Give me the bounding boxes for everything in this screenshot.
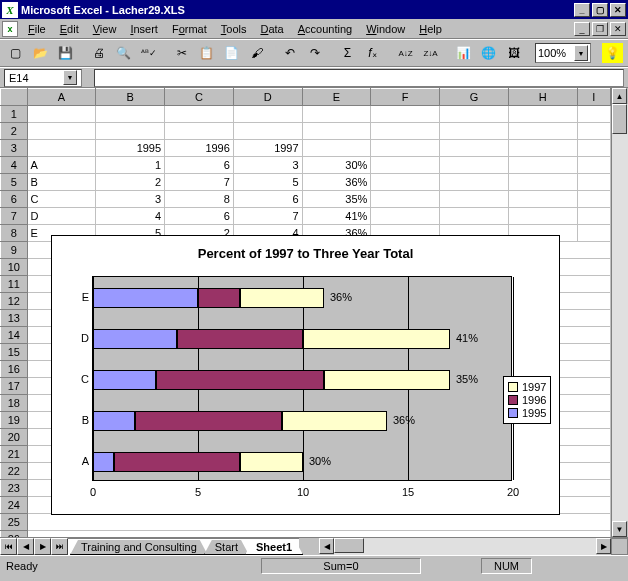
spellcheck-icon[interactable]: ᴬᴮ✓	[137, 42, 160, 64]
tab-start[interactable]: Start	[204, 540, 249, 555]
sort-desc-icon[interactable]: Z↓A	[419, 42, 442, 64]
document-icon[interactable]: x	[2, 21, 18, 37]
cell[interactable]: D	[27, 208, 96, 225]
tab-first-icon[interactable]: ⏮	[0, 538, 17, 555]
row-19[interactable]: 19	[1, 412, 28, 429]
cell[interactable]: 8	[165, 191, 234, 208]
chart-wizard-icon[interactable]: 📊	[452, 42, 475, 64]
menu-file[interactable]: File	[22, 21, 54, 37]
tab-last-icon[interactable]: ⏭	[51, 538, 68, 555]
col-B[interactable]: B	[96, 89, 165, 106]
cell[interactable]: 7	[233, 208, 302, 225]
formula-input[interactable]	[94, 69, 624, 87]
copy-icon[interactable]: 📋	[195, 42, 218, 64]
scroll-up-icon[interactable]: ▲	[612, 88, 627, 104]
minimize-button[interactable]: _	[574, 3, 590, 17]
zoom-dropdown-icon[interactable]: ▼	[574, 45, 588, 61]
row-12[interactable]: 12	[1, 293, 28, 310]
cell[interactable]: 5	[233, 174, 302, 191]
row-26[interactable]: 26	[1, 531, 28, 538]
scroll-left-icon[interactable]: ◀	[319, 538, 334, 554]
autosum-icon[interactable]: Σ	[336, 42, 359, 64]
row-20[interactable]: 20	[1, 429, 28, 446]
row-24[interactable]: 24	[1, 497, 28, 514]
vertical-scrollbar[interactable]: ▲ ▼	[611, 88, 628, 537]
menu-insert[interactable]: Insert	[124, 21, 166, 37]
cell[interactable]: 30%	[302, 157, 371, 174]
menu-window[interactable]: Window	[360, 21, 413, 37]
tab-sheet1[interactable]: Sheet1	[245, 540, 303, 555]
close-button[interactable]: ✕	[610, 3, 626, 17]
col-A[interactable]: A	[27, 89, 96, 106]
paste-icon[interactable]: 📄	[220, 42, 243, 64]
menu-tools[interactable]: Tools	[215, 21, 255, 37]
row-16[interactable]: 16	[1, 361, 28, 378]
menu-format[interactable]: Format	[166, 21, 215, 37]
row-6[interactable]: 6	[1, 191, 28, 208]
row-17[interactable]: 17	[1, 378, 28, 395]
row-8[interactable]: 8	[1, 225, 28, 242]
cell[interactable]: 6	[233, 191, 302, 208]
undo-icon[interactable]: ↶	[278, 42, 301, 64]
print-preview-icon[interactable]: 🔍	[112, 42, 135, 64]
row-1[interactable]: 1	[1, 106, 28, 123]
menu-accounting[interactable]: Accounting	[292, 21, 360, 37]
embedded-chart[interactable]: Percent of 1997 to Three Year Total 0510…	[51, 235, 560, 515]
cell[interactable]: C	[27, 191, 96, 208]
horizontal-scrollbar[interactable]: ◀ ▶	[319, 538, 611, 555]
scroll-right-icon[interactable]: ▶	[596, 538, 611, 554]
row-15[interactable]: 15	[1, 344, 28, 361]
col-I[interactable]: I	[577, 89, 610, 106]
cell[interactable]: 7	[165, 174, 234, 191]
col-D[interactable]: D	[233, 89, 302, 106]
hscroll-track[interactable]	[334, 538, 596, 555]
cell[interactable]: A	[27, 157, 96, 174]
col-F[interactable]: F	[371, 89, 440, 106]
row-4[interactable]: 4	[1, 157, 28, 174]
row-5[interactable]: 5	[1, 174, 28, 191]
new-icon[interactable]: ▢	[4, 42, 27, 64]
print-icon[interactable]: 🖨	[87, 42, 110, 64]
row-18[interactable]: 18	[1, 395, 28, 412]
row-23[interactable]: 23	[1, 480, 28, 497]
row-14[interactable]: 14	[1, 327, 28, 344]
zoom-input[interactable]: 100% ▼	[535, 43, 591, 63]
col-E[interactable]: E	[302, 89, 371, 106]
row-25[interactable]: 25	[1, 514, 28, 531]
cell[interactable]: 41%	[302, 208, 371, 225]
menu-help[interactable]: Help	[413, 21, 450, 37]
cell[interactable]: 6	[165, 157, 234, 174]
hscroll-thumb[interactable]	[334, 538, 364, 553]
map-icon[interactable]: 🌐	[477, 42, 500, 64]
maximize-button[interactable]: ▢	[592, 3, 608, 17]
menu-data[interactable]: Data	[254, 21, 291, 37]
cell[interactable]: 2	[96, 174, 165, 191]
doc-close-button[interactable]: ✕	[610, 22, 626, 36]
cell[interactable]: 1995	[96, 140, 165, 157]
select-all[interactable]	[1, 89, 28, 106]
scroll-track[interactable]	[612, 104, 628, 521]
save-icon[interactable]: 💾	[54, 42, 77, 64]
cell[interactable]: 36%	[302, 174, 371, 191]
cell[interactable]: 3	[233, 157, 302, 174]
redo-icon[interactable]: ↷	[303, 42, 326, 64]
scroll-down-icon[interactable]: ▼	[612, 521, 627, 537]
name-box[interactable]: E14 ▼	[4, 69, 82, 87]
cell[interactable]: 1997	[233, 140, 302, 157]
help-icon[interactable]: 💡	[601, 42, 624, 64]
cell[interactable]: 35%	[302, 191, 371, 208]
cell[interactable]: 4	[96, 208, 165, 225]
row-7[interactable]: 7	[1, 208, 28, 225]
row-22[interactable]: 22	[1, 463, 28, 480]
row-13[interactable]: 13	[1, 310, 28, 327]
row-3[interactable]: 3	[1, 140, 28, 157]
row-2[interactable]: 2	[1, 123, 28, 140]
scroll-thumb[interactable]	[612, 104, 627, 134]
cell[interactable]: 1	[96, 157, 165, 174]
cell[interactable]: 6	[165, 208, 234, 225]
row-10[interactable]: 10	[1, 259, 28, 276]
col-H[interactable]: H	[508, 89, 577, 106]
grid[interactable]: A B C D E F G H I 1 2 3199519961997 4A16…	[0, 88, 611, 537]
drawing-icon[interactable]: 🖼	[502, 42, 525, 64]
col-G[interactable]: G	[440, 89, 509, 106]
